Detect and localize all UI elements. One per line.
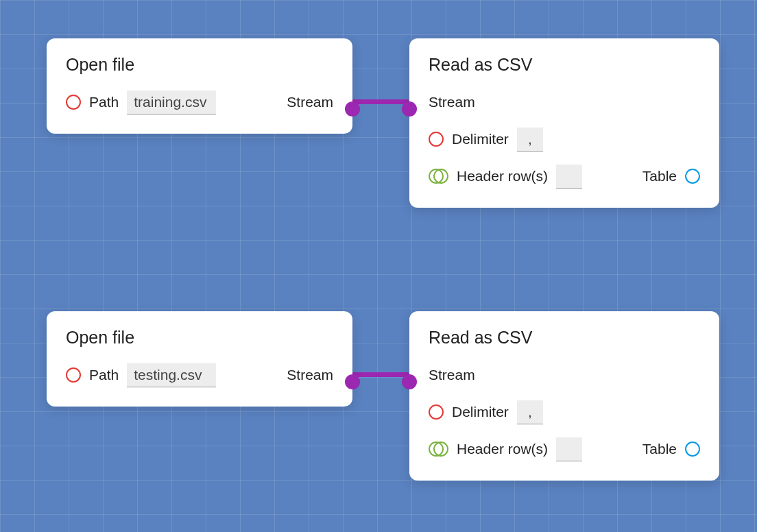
node-row-delimiter: Delimiter — [429, 400, 700, 424]
header-label: Header row(s) — [457, 168, 548, 184]
input-port-path[interactable] — [66, 95, 81, 110]
node-row-stream: Stream — [429, 90, 700, 114]
node-row-header: Header row(s) Table — [429, 164, 700, 189]
input-port-header-multi[interactable] — [429, 169, 448, 184]
output-port-table[interactable] — [685, 169, 700, 184]
header-input[interactable] — [556, 165, 582, 189]
path-input[interactable] — [127, 363, 216, 387]
input-port-path[interactable] — [66, 367, 81, 383]
node-row-header: Header row(s) Table — [429, 437, 700, 461]
input-port-delimiter[interactable] — [429, 132, 444, 147]
node-open-file[interactable]: Open file Path Stream — [47, 311, 352, 407]
node-title: Open file — [66, 328, 333, 348]
stream-output-label: Stream — [287, 94, 333, 110]
table-output-label: Table — [642, 441, 677, 457]
input-port-stream[interactable] — [402, 374, 417, 389]
node-read-csv[interactable]: Read as CSV Stream Delimiter Header row(… — [409, 38, 719, 208]
table-output-label: Table — [642, 168, 677, 184]
delimiter-label: Delimiter — [452, 131, 509, 147]
node-row-delimiter: Delimiter — [429, 127, 700, 152]
node-open-file[interactable]: Open file Path Stream — [47, 38, 352, 134]
input-port-header-multi[interactable] — [429, 442, 448, 457]
node-row-path: Path Stream — [66, 90, 333, 114]
stream-output-label: Stream — [287, 367, 333, 383]
path-label: Path — [89, 94, 119, 110]
node-row-stream: Stream — [429, 363, 700, 387]
node-title: Read as CSV — [429, 328, 700, 348]
output-port-table[interactable] — [685, 442, 700, 457]
output-port-stream[interactable] — [345, 374, 360, 389]
node-read-csv[interactable]: Read as CSV Stream Delimiter Header row(… — [409, 311, 719, 481]
stream-input-label: Stream — [429, 367, 475, 383]
header-label: Header row(s) — [457, 441, 548, 457]
output-port-stream[interactable] — [345, 101, 360, 117]
node-row-path: Path Stream — [66, 363, 333, 387]
delimiter-label: Delimiter — [452, 404, 509, 420]
node-title: Open file — [66, 55, 333, 75]
path-input[interactable] — [127, 90, 216, 114]
input-port-stream[interactable] — [402, 101, 417, 117]
input-port-delimiter[interactable] — [429, 404, 444, 420]
header-input[interactable] — [556, 437, 582, 461]
delimiter-input[interactable] — [517, 400, 543, 424]
path-label: Path — [89, 367, 119, 383]
delimiter-input[interactable] — [517, 128, 543, 152]
node-title: Read as CSV — [429, 55, 700, 75]
stream-input-label: Stream — [429, 94, 475, 110]
